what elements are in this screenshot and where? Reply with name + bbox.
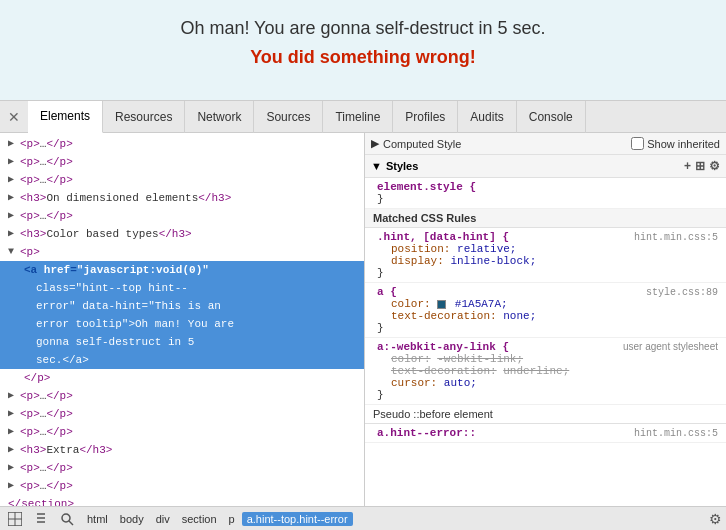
- hint-rule: .hint, [data-hint] { hint.min.css:5 posi…: [365, 228, 726, 283]
- breadcrumb-body[interactable]: body: [115, 512, 149, 526]
- html-line-selected[interactable]: <a href="javascript:void(0)": [0, 261, 364, 279]
- breadcrumb-p[interactable]: p: [224, 512, 240, 526]
- tab-audits[interactable]: Audits: [458, 101, 516, 133]
- computed-style-arrow[interactable]: ▶: [371, 137, 379, 150]
- html-line: ▶ <p>…</p>: [0, 405, 364, 423]
- html-line: ▼ <p>: [0, 243, 364, 261]
- svg-point-6: [62, 514, 70, 522]
- tab-profiles[interactable]: Profiles: [393, 101, 458, 133]
- html-line: ▶ <p>…</p>: [0, 153, 364, 171]
- hint-source: hint.min.css:5: [634, 232, 718, 243]
- html-line: ▶ <p>…</p>: [0, 477, 364, 495]
- computed-style-header: ▶ Computed Style Show inherited: [365, 133, 726, 155]
- element-style-rule: element.style { }: [365, 178, 726, 209]
- styles-panel: ▶ Computed Style Show inherited ▼ Styles…: [365, 133, 726, 506]
- html-line-selected-4: error tooltip">Oh man! You are: [0, 315, 364, 333]
- html-line: ▶ <p>…</p>: [0, 459, 364, 477]
- show-inherited-label: Show inherited: [647, 138, 720, 150]
- a-source: style.css:89: [646, 287, 718, 298]
- collapse-arrow[interactable]: ▶: [8, 460, 20, 476]
- collapse-arrow[interactable]: ▶: [8, 388, 20, 404]
- collapse-arrow[interactable]: ▶: [8, 442, 20, 458]
- styles-arrow[interactable]: ▼: [371, 160, 382, 172]
- breadcrumb-active-element[interactable]: a.hint--top.hint--error: [242, 512, 353, 526]
- breadcrumb: html body div section p a.hint--top.hint…: [82, 512, 705, 526]
- collapse-arrow[interactable]: ▶: [8, 478, 20, 494]
- tab-timeline[interactable]: Timeline: [323, 101, 393, 133]
- tab-console[interactable]: Console: [517, 101, 586, 133]
- html-line-selected-3: error" data-hint="This is an: [0, 297, 364, 315]
- settings-button[interactable]: ⚙: [709, 511, 722, 527]
- preview-subtitle: You did something wrong!: [10, 47, 716, 68]
- preview-title: Oh man! You are gonna self-destruct in 5…: [10, 18, 716, 39]
- html-line-selected-6: sec.</a>: [0, 351, 364, 369]
- close-devtools-button[interactable]: ✕: [4, 107, 24, 127]
- matched-css-rules-header: Matched CSS Rules: [365, 209, 726, 228]
- pseudo-before-header: Pseudo ::before element: [365, 405, 726, 424]
- status-bar: html body div section p a.hint--top.hint…: [0, 506, 726, 530]
- collapse-arrow[interactable]: ▶: [8, 406, 20, 422]
- color-swatch: [437, 300, 446, 309]
- webkit-selector: a:-webkit-any-link {: [377, 341, 509, 353]
- html-line: ▶ <h3>Extra</h3>: [0, 441, 364, 459]
- tab-resources[interactable]: Resources: [103, 101, 185, 133]
- html-line: ▶ <p>…</p>: [0, 171, 364, 189]
- pseudo-before-label: Pseudo ::before element: [373, 408, 493, 420]
- collapse-arrow[interactable]: ▶: [8, 154, 20, 170]
- tab-elements[interactable]: Elements: [28, 101, 103, 133]
- collapse-arrow[interactable]: ▶: [8, 424, 20, 440]
- html-line: ▶ <p>…</p>: [0, 423, 364, 441]
- collapse-arrow[interactable]: ▶: [8, 172, 20, 188]
- collapse-arrow[interactable]: ▶: [8, 136, 20, 152]
- pseudo-selector: a.hint--error::: [377, 427, 476, 439]
- a-selector: a {: [377, 286, 397, 298]
- inspect-element-button[interactable]: [4, 509, 26, 529]
- collapse-arrow[interactable]: ▶: [8, 208, 20, 224]
- a-rule: a { style.css:89 color: #1A5A7A; text-de…: [365, 283, 726, 338]
- tab-network[interactable]: Network: [185, 101, 254, 133]
- svg-line-7: [69, 521, 73, 525]
- breadcrumb-html[interactable]: html: [82, 512, 113, 526]
- breadcrumb-section[interactable]: section: [177, 512, 222, 526]
- refresh-styles-button[interactable]: ⚙: [709, 159, 720, 173]
- html-line-selected-5: gonna self-destruct in 5: [0, 333, 364, 351]
- html-line: ▶ <h3>On dimensioned elements</h3>: [0, 189, 364, 207]
- styles-icons: + ⊞ ⚙: [684, 159, 720, 173]
- breadcrumb-div[interactable]: div: [151, 512, 175, 526]
- html-line-selected-2: class="hint--top hint--: [0, 279, 364, 297]
- html-line: ▶ <h3>Color based types</h3>: [0, 225, 364, 243]
- html-line: ▶ <p>…</p>: [0, 207, 364, 225]
- expand-all-button[interactable]: [30, 509, 52, 529]
- add-style-button[interactable]: +: [684, 159, 691, 173]
- styles-block-header: ▼ Styles + ⊞ ⚙: [365, 155, 726, 178]
- collapse-arrow[interactable]: ▼: [8, 244, 20, 260]
- tab-bar: ✕ Elements Resources Network Sources Tim…: [0, 101, 726, 133]
- devtools-panel: ✕ Elements Resources Network Sources Tim…: [0, 100, 726, 530]
- webkit-link-rule: a:-webkit-any-link { user agent styleshe…: [365, 338, 726, 405]
- pseudo-rule: a.hint--error:: hint.min.css:5: [365, 424, 726, 443]
- tab-sources[interactable]: Sources: [254, 101, 323, 133]
- element-style-selector: element.style {: [377, 181, 476, 193]
- main-content: ▶ <p>…</p> ▶ <p>…</p> ▶ <p>…</p> ▶ <h3>O…: [0, 133, 726, 506]
- html-panel: ▶ <p>…</p> ▶ <p>…</p> ▶ <p>…</p> ▶ <h3>O…: [0, 133, 365, 506]
- user-agent-label: user agent stylesheet: [623, 341, 718, 352]
- html-line: </p>: [0, 369, 364, 387]
- styles-label: Styles: [386, 160, 418, 172]
- collapse-arrow[interactable]: ▶: [8, 190, 20, 206]
- html-line: </section>: [0, 495, 364, 506]
- preview-area: Oh man! You are gonna self-destruct in 5…: [0, 0, 726, 100]
- show-inherited-checkbox[interactable]: [631, 137, 644, 150]
- search-button[interactable]: [56, 509, 78, 529]
- pseudo-source: hint.min.css:5: [634, 428, 718, 439]
- html-line: ▶ <p>…</p>: [0, 387, 364, 405]
- toggle-element-state-button[interactable]: ⊞: [695, 159, 705, 173]
- collapse-arrow[interactable]: ▶: [8, 226, 20, 242]
- html-line: ▶ <p>…</p>: [0, 135, 364, 153]
- hint-selector: .hint, [data-hint] {: [377, 231, 509, 243]
- computed-style-label: Computed Style: [383, 138, 461, 150]
